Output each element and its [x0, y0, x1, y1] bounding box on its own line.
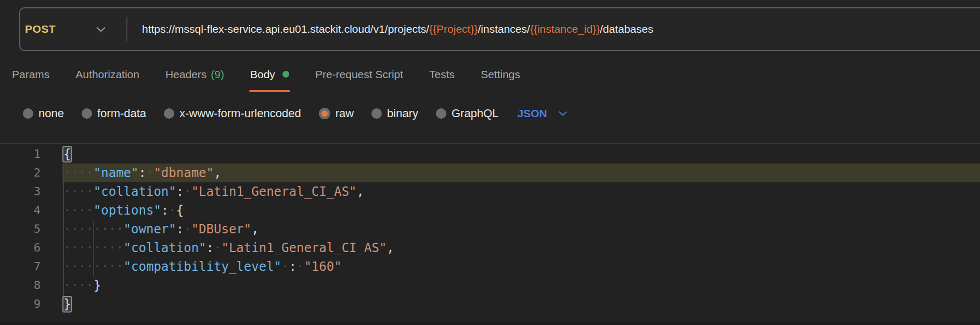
- tab-authorization[interactable]: Authorization: [75, 56, 139, 92]
- code-token-punct: ,: [386, 241, 394, 255]
- whitespace-dots: ·: [146, 166, 153, 180]
- code-token-str: "Latin1_General_CI_AS": [221, 241, 386, 255]
- code-token-punct: ,: [251, 222, 259, 236]
- code-token-punct: :: [161, 203, 169, 218]
- chevron-down-icon: [96, 27, 106, 32]
- tab-label: Pre-request Script: [315, 68, 403, 81]
- code-editor[interactable]: 1{2····"name":·"dbname",3····"collation"…: [0, 143, 980, 325]
- radio-label: GraphQL: [452, 107, 499, 120]
- whitespace-dots: ····: [63, 184, 94, 199]
- whitespace-dots: ·: [169, 203, 176, 218]
- whitespace-dots: ·: [184, 184, 191, 199]
- code-line: 9}: [0, 295, 980, 314]
- body-type-form-data[interactable]: form-data: [82, 107, 146, 120]
- editor-bottom-edge: [0, 321, 980, 325]
- line-number: 4: [0, 201, 41, 220]
- tab-pre-request-script[interactable]: Pre-request Script: [315, 56, 403, 92]
- method-label: POST: [25, 23, 56, 35]
- line-number: 8: [0, 276, 41, 295]
- method-selector[interactable]: POST: [20, 8, 126, 50]
- language-value: JSON: [518, 107, 547, 120]
- body-modified-dot-icon: [282, 71, 289, 78]
- tab-tests[interactable]: Tests: [429, 56, 455, 92]
- body-type-raw[interactable]: raw: [319, 107, 354, 120]
- body-type-row: noneform-datax-www-form-urlencodedrawbin…: [0, 102, 980, 125]
- tab-params[interactable]: Params: [12, 56, 49, 92]
- indent-guide: [93, 221, 94, 277]
- radio-icon: [371, 108, 382, 119]
- radio-label: none: [38, 107, 64, 120]
- code-line: 3····"collation":·"Latin1_General_CI_AS"…: [0, 182, 980, 201]
- url-input[interactable]: https://mssql-flex-service.api.eu01.stac…: [142, 23, 980, 35]
- request-tabs: ParamsAuthorizationHeaders(9)BodyPre-req…: [0, 56, 980, 92]
- method-url-divider: [126, 17, 127, 41]
- code-token-punct: }: [94, 278, 101, 293]
- code-content: ········"compatibility_level"·:·"160": [62, 257, 980, 276]
- radio-label: form-data: [97, 107, 146, 120]
- radio-icon: [164, 108, 174, 119]
- code-token-str: "Latin1_General_CI_AS": [191, 184, 357, 199]
- code-token-key: "owner": [124, 222, 176, 236]
- code-token-punct: :: [176, 222, 184, 236]
- radio-icon: [82, 108, 92, 119]
- line-number: 5: [0, 220, 41, 239]
- code-content: ····"name":·"dbname",: [62, 164, 980, 182]
- code-token-brkt: }: [63, 297, 71, 311]
- code-token-brkt: {: [63, 147, 71, 161]
- code-content: ····"options":·{: [62, 201, 980, 220]
- code-line: 1{: [0, 145, 980, 164]
- whitespace-dots: ····: [63, 278, 94, 293]
- code-line: 6········"collation":·"Latin1_General_CI…: [0, 239, 980, 257]
- body-type-binary[interactable]: binary: [371, 107, 418, 120]
- body-type-none[interactable]: none: [23, 107, 64, 120]
- body-type-x-www-form-urlencoded[interactable]: x-www-form-urlencoded: [164, 107, 301, 120]
- tab-label: Settings: [481, 68, 520, 81]
- url-variable: {{Project}}: [429, 23, 478, 35]
- code-token-key: "collation": [124, 241, 207, 255]
- code-token-punct: :: [207, 241, 214, 255]
- radio-label: raw: [336, 107, 354, 120]
- code-content: ········"collation":·"Latin1_General_CI_…: [62, 239, 980, 257]
- code-line: 5········"owner":·"DBUser",: [0, 220, 980, 239]
- code-token-punct: :: [289, 259, 296, 274]
- line-number: 1: [0, 145, 41, 164]
- code-line: 8····}: [0, 276, 980, 295]
- code-content: }: [62, 295, 980, 314]
- url-variable: {{instance_id}}: [530, 23, 600, 35]
- radio-label: x-www-form-urlencoded: [179, 107, 301, 120]
- radio-label: binary: [387, 107, 418, 120]
- whitespace-dots: ·: [184, 222, 191, 236]
- line-number: 2: [0, 164, 41, 182]
- code-token-key: "options": [94, 203, 161, 218]
- body-type-graphql[interactable]: GraphQL: [436, 107, 499, 120]
- radio-icon: [23, 108, 33, 119]
- url-text: /instances/: [478, 23, 530, 35]
- radio-selected-icon: [319, 108, 330, 119]
- code-content: ····"collation":·"Latin1_General_CI_AS",: [62, 182, 980, 201]
- tab-body[interactable]: Body: [250, 56, 289, 92]
- language-selector[interactable]: JSON: [518, 107, 567, 120]
- url-text: https://mssql-flex-service.api.eu01.stac…: [142, 23, 429, 35]
- tab-headers[interactable]: Headers(9): [165, 56, 224, 92]
- whitespace-dots: ····: [63, 166, 94, 180]
- code-token-punct: :: [139, 166, 146, 180]
- tab-label: Authorization: [75, 68, 139, 81]
- code-line: 4····"options":·{: [0, 201, 980, 220]
- chevron-down-icon: [559, 111, 567, 116]
- tab-label: Params: [12, 68, 49, 81]
- code-token-key: "collation": [94, 184, 176, 199]
- code-token-punct: :: [176, 184, 184, 199]
- tab-settings[interactable]: Settings: [481, 56, 520, 92]
- code-token-str: "dbname": [153, 166, 214, 180]
- indent-guide: [63, 165, 64, 296]
- code-content: ····}: [62, 276, 980, 295]
- tab-label: Body: [250, 68, 275, 81]
- code-token-key: "name": [94, 166, 139, 180]
- code-content: ········"owner":·"DBUser",: [62, 220, 980, 239]
- url-text: /databases: [600, 23, 653, 35]
- radio-icon: [436, 108, 446, 119]
- code-token-punct: ,: [357, 184, 364, 199]
- code-content: {: [62, 145, 980, 164]
- whitespace-dots: ·: [281, 259, 289, 274]
- tab-label: Headers: [165, 68, 207, 81]
